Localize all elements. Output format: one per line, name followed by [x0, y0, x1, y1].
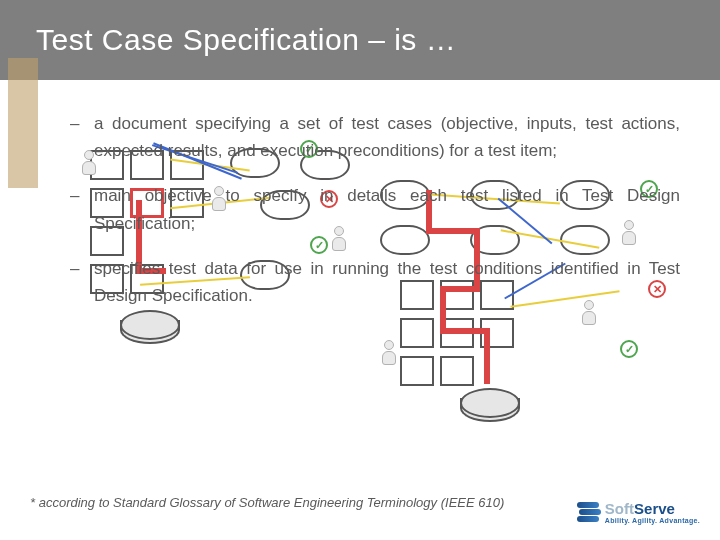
bullet-item: – a document specifying a set of test ca… [70, 110, 680, 164]
logo-tagline: Ability. Agility. Advantage. [605, 517, 700, 524]
bullet-list: – a document specifying a set of test ca… [70, 110, 680, 327]
slide-header: Test Case Specification – is … [0, 0, 720, 80]
bullet-item: – specifies test data for use in running… [70, 255, 680, 309]
footnote: * according to Standard Glossary of Soft… [30, 495, 504, 510]
slide-title: Test Case Specification – is … [36, 23, 456, 57]
bullet-dash: – [70, 182, 94, 236]
bullet-text: specifies test data for use in running t… [94, 255, 680, 309]
accent-bar [8, 58, 38, 188]
bullet-item: – main objective to specify in details e… [70, 182, 680, 236]
bullet-text: main objective to specify in details eac… [94, 182, 680, 236]
softserve-logo: SoftServe Ability. Agility. Advantage. [577, 500, 700, 524]
bullet-dash: – [70, 110, 94, 164]
logo-text: SoftServe Ability. Agility. Advantage. [605, 500, 700, 524]
logo-s-icon [577, 502, 599, 522]
bullet-text: a document specifying a set of test case… [94, 110, 680, 164]
logo-name: SoftServe [605, 500, 700, 517]
bullet-dash: – [70, 255, 94, 309]
